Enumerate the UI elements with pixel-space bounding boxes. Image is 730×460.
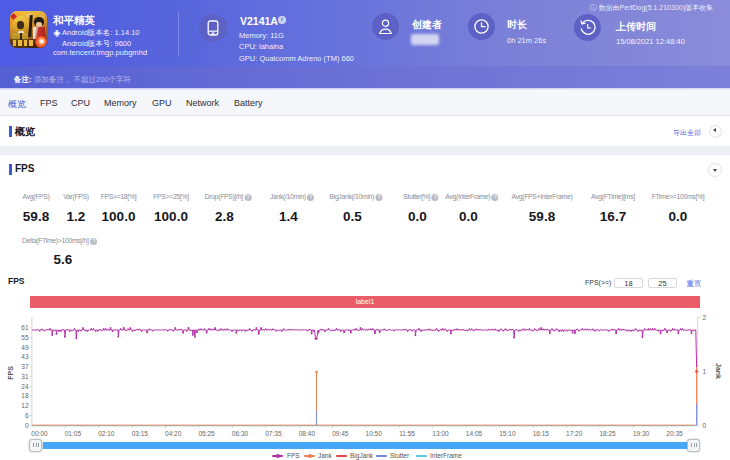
svg-text:09:45: 09:45	[332, 430, 349, 437]
svg-text:05:25: 05:25	[198, 430, 215, 437]
svg-text:03:15: 03:15	[132, 430, 149, 437]
svg-text:0: 0	[703, 422, 707, 429]
svg-text:10:50: 10:50	[366, 430, 383, 437]
svg-text:08:40: 08:40	[299, 430, 316, 437]
svg-text:2: 2	[703, 314, 707, 321]
svg-text:37: 37	[21, 363, 29, 370]
svg-text:49: 49	[21, 344, 29, 351]
svg-text:16:15: 16:15	[533, 430, 550, 437]
svg-text:Jank: Jank	[715, 363, 722, 379]
svg-text:14:05: 14:05	[466, 430, 483, 437]
svg-text:12: 12	[21, 402, 29, 409]
svg-text:13:00: 13:00	[432, 430, 449, 437]
svg-text:18: 18	[21, 392, 29, 399]
svg-text:01:05: 01:05	[65, 430, 82, 437]
svg-text:17:20: 17:20	[566, 430, 583, 437]
svg-text:00:00: 00:00	[31, 430, 48, 437]
svg-text:02:10: 02:10	[98, 430, 115, 437]
svg-text:0: 0	[25, 422, 29, 429]
svg-text:20:35: 20:35	[666, 430, 683, 437]
svg-text:07:35: 07:35	[265, 430, 282, 437]
svg-text:15:10: 15:10	[499, 430, 516, 437]
svg-text:6: 6	[25, 412, 29, 419]
svg-text:24: 24	[21, 383, 29, 390]
svg-text:55: 55	[21, 334, 29, 341]
svg-text:FPS: FPS	[7, 366, 14, 380]
svg-text:61: 61	[21, 324, 29, 331]
svg-text:19:30: 19:30	[633, 430, 650, 437]
svg-text:04:20: 04:20	[165, 430, 182, 437]
svg-text:18:25: 18:25	[599, 430, 616, 437]
svg-text:1: 1	[703, 368, 707, 375]
svg-text:43: 43	[21, 353, 29, 360]
svg-text:11:55: 11:55	[399, 430, 415, 437]
svg-text:06:30: 06:30	[232, 430, 249, 437]
svg-text:31: 31	[21, 373, 29, 380]
